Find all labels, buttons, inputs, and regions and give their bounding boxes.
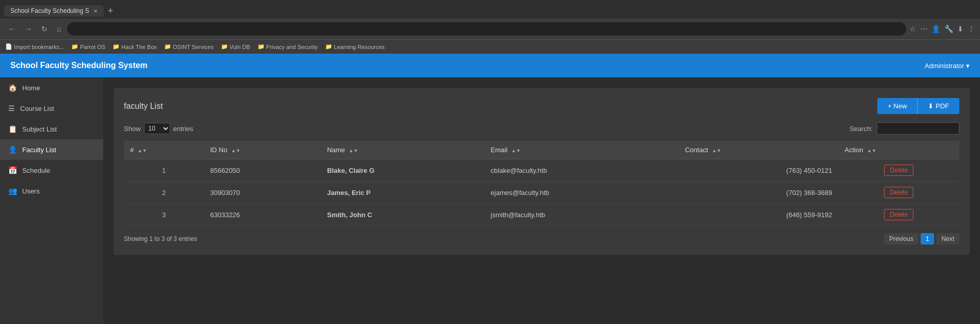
bookmark-osint[interactable]: 📁 OSINT Services bbox=[164, 43, 214, 50]
sort-icon-name: ▲▼ bbox=[349, 148, 358, 153]
users-icon: 👥 bbox=[8, 187, 17, 195]
sidebar-label-course-list: Course List bbox=[20, 105, 54, 112]
pagination: Previous 1 Next bbox=[884, 233, 959, 245]
cell-num: 1 bbox=[124, 159, 204, 182]
cell-action: Delete bbox=[839, 159, 960, 182]
admin-dropdown[interactable]: Administrator ▾ bbox=[925, 62, 970, 70]
col-header-id[interactable]: ID No ▲▼ bbox=[204, 141, 320, 159]
cell-name: Smith, John C bbox=[321, 204, 485, 226]
bookmark-privacy[interactable]: 📁 Privacy and Security bbox=[258, 43, 318, 50]
show-entries-control: Show 10 25 50 100 entries bbox=[124, 123, 194, 134]
tab-title: School Faculty Scheduling S bbox=[10, 7, 89, 14]
forward-button[interactable]: → bbox=[22, 24, 35, 34]
sort-icon-contact: ▲▼ bbox=[712, 148, 721, 153]
col-header-name[interactable]: Name ▲▼ bbox=[321, 141, 485, 159]
address-bar[interactable]: faculty.htb/admin/index.php?page=faculty bbox=[67, 22, 906, 36]
app-title: School Faculty Scheduling System bbox=[10, 61, 148, 70]
content-card: faculty List + New ⬇ PDF Show 10 25 50 1… bbox=[114, 88, 970, 255]
sidebar-label-schedule: Schedule bbox=[22, 167, 50, 174]
prev-button[interactable]: Previous bbox=[884, 233, 919, 245]
extensions-icon[interactable]: 🔧 bbox=[944, 25, 953, 33]
cell-name: James, Eric P bbox=[321, 182, 485, 204]
sort-icon-action: ▲▼ bbox=[867, 148, 876, 153]
cell-num: 2 bbox=[124, 182, 204, 204]
table-row: 1 85662050 Blake, Claire G cblake@facult… bbox=[124, 159, 959, 182]
browser-chrome: School Faculty Scheduling S ✕ + ← → ↻ ⌂ … bbox=[0, 0, 980, 54]
delete-button-3[interactable]: Delete bbox=[884, 209, 913, 220]
faculty-table: # ▲▼ ID No ▲▼ Name ▲▼ Email ▲▼ Contact ▲… bbox=[124, 141, 959, 226]
showing-entries: Showing 1 to 3 of 3 entries bbox=[124, 235, 197, 242]
table-controls: Show 10 25 50 100 entries Search: bbox=[124, 122, 959, 135]
table-row: 3 63033226 Smith, John C jsmith@faculty.… bbox=[124, 204, 959, 226]
cell-email: jsmith@faculty.htb bbox=[485, 204, 679, 226]
reader-icon[interactable]: ⋯ bbox=[920, 25, 927, 33]
cell-contact: (763) 450-0121 bbox=[679, 159, 838, 182]
app-header: School Faculty Scheduling System Adminis… bbox=[0, 54, 980, 77]
cell-email: cblake@faculty.htb bbox=[485, 159, 679, 182]
pdf-button[interactable]: ⬇ PDF bbox=[917, 98, 959, 114]
col-header-contact[interactable]: Contact ▲▼ bbox=[679, 141, 838, 159]
search-input[interactable] bbox=[877, 122, 959, 135]
bookmarks-bar: 📄 Import bookmarks... 📁 Parrot OS 📁 Hack… bbox=[0, 39, 980, 54]
cell-id-no: 30903070 bbox=[204, 182, 320, 204]
cell-email: ejames@faculty.htb bbox=[485, 182, 679, 204]
delete-button-2[interactable]: Delete bbox=[884, 187, 913, 198]
browser-controls: ← → ↻ ⌂ faculty.htb/admin/index.php?page… bbox=[0, 19, 980, 39]
browser-tab-bar: School Faculty Scheduling S ✕ + bbox=[0, 0, 980, 19]
sidebar-item-home[interactable]: 🏠 Home bbox=[0, 77, 103, 98]
cell-id-no: 63033226 bbox=[204, 204, 320, 226]
download-icon[interactable]: ⬇ bbox=[957, 25, 963, 33]
entries-label: entries bbox=[173, 125, 194, 133]
sidebar-item-course-list[interactable]: ☰ Course List bbox=[0, 98, 103, 119]
star-icon[interactable]: ☆ bbox=[909, 25, 916, 33]
sidebar-label-subject-list: Subject List bbox=[22, 125, 57, 133]
bookmark-learning[interactable]: 📁 Learning Resources bbox=[325, 43, 384, 50]
subject-icon: 📋 bbox=[8, 125, 17, 133]
sidebar-label-faculty-list: Faculty List bbox=[22, 146, 56, 154]
page-1-button[interactable]: 1 bbox=[921, 233, 935, 245]
table-row: 2 30903070 James, Eric P ejames@faculty.… bbox=[124, 182, 959, 204]
reload-button[interactable]: ↻ bbox=[38, 24, 51, 34]
back-button[interactable]: ← bbox=[5, 24, 19, 34]
bookmark-import[interactable]: 📄 Import bookmarks... bbox=[5, 43, 64, 50]
home-icon: 🏠 bbox=[8, 84, 17, 92]
table-header-row: # ▲▼ ID No ▲▼ Name ▲▼ Email ▲▼ Contact ▲… bbox=[124, 141, 959, 159]
home-nav-button[interactable]: ⌂ bbox=[54, 24, 64, 34]
delete-button-1[interactable]: Delete bbox=[884, 165, 913, 176]
col-header-email[interactable]: Email ▲▼ bbox=[485, 141, 679, 159]
table-footer: Showing 1 to 3 of 3 entries Previous 1 N… bbox=[124, 233, 959, 245]
new-tab-button[interactable]: + bbox=[104, 6, 118, 17]
col-header-num[interactable]: # ▲▼ bbox=[124, 141, 204, 159]
sort-icon-id: ▲▼ bbox=[231, 148, 240, 153]
profile-icon-browser[interactable]: 👤 bbox=[931, 25, 940, 33]
sidebar-item-subject-list[interactable]: 📋 Subject List bbox=[0, 119, 103, 139]
sidebar: 🏠 Home ☰ Course List 📋 Subject List 👤 Fa… bbox=[0, 77, 103, 324]
app-body: 🏠 Home ☰ Course List 📋 Subject List 👤 Fa… bbox=[0, 77, 980, 324]
bookmark-htb[interactable]: 📁 Hack The Box bbox=[113, 43, 157, 50]
sidebar-label-users: Users bbox=[22, 187, 40, 195]
menu-icon[interactable]: ⋮ bbox=[968, 25, 975, 33]
sidebar-item-schedule[interactable]: 📅 Schedule bbox=[0, 160, 103, 181]
cell-id-no: 85662050 bbox=[204, 159, 320, 182]
col-header-action[interactable]: Action ▲▼ bbox=[839, 141, 960, 159]
list-icon: ☰ bbox=[8, 104, 15, 112]
faculty-icon: 👤 bbox=[8, 145, 17, 154]
cell-contact: (702) 368-3689 bbox=[679, 182, 838, 204]
cell-action: Delete bbox=[839, 182, 960, 204]
entries-select[interactable]: 10 25 50 100 bbox=[144, 123, 170, 134]
browser-tab-active[interactable]: School Faculty Scheduling S ✕ bbox=[4, 5, 104, 17]
next-button[interactable]: Next bbox=[936, 233, 959, 245]
header-buttons: + New ⬇ PDF bbox=[877, 98, 959, 114]
tab-close-button[interactable]: ✕ bbox=[93, 8, 98, 14]
sort-icon-num: ▲▼ bbox=[138, 148, 147, 153]
show-label: Show bbox=[124, 125, 141, 133]
sidebar-item-users[interactable]: 👥 Users bbox=[0, 181, 103, 201]
new-button[interactable]: + New bbox=[877, 98, 917, 114]
bookmark-parrot[interactable]: 📁 Parrot OS bbox=[71, 43, 105, 50]
search-label: Search: bbox=[849, 125, 873, 133]
card-header: faculty List + New ⬇ PDF bbox=[124, 98, 959, 114]
sidebar-label-home: Home bbox=[22, 84, 40, 92]
bookmark-vuln[interactable]: 📁 Vuln DB bbox=[221, 43, 250, 50]
sort-icon-email: ▲▼ bbox=[511, 148, 521, 153]
sidebar-item-faculty-list[interactable]: 👤 Faculty List bbox=[0, 139, 103, 160]
